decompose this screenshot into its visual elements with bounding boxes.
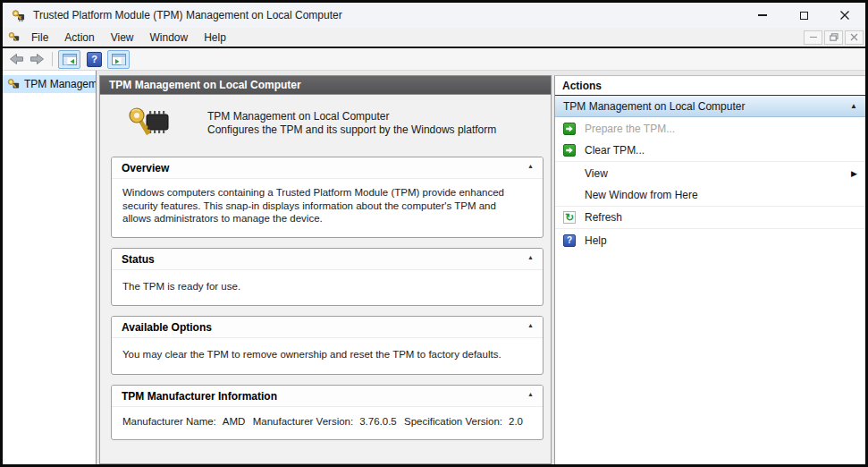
actions-pane-title: Actions <box>555 76 865 96</box>
close-icon <box>839 10 850 21</box>
section-available-options: Available Options ▲ You may clear the TP… <box>111 316 544 375</box>
section-status-title: Status <box>122 253 155 266</box>
manufacturer-name-field: Manufacturer Name:AMD <box>122 416 245 427</box>
section-overview-title: Overview <box>122 162 169 174</box>
menu-bar: File Action View Window Help <box>3 28 865 48</box>
center-pane: TPM Management on Local Computer <box>97 71 554 464</box>
menu-window[interactable]: Window <box>142 30 197 46</box>
manufacturer-version-field: Manufacturer Version:3.76.0.5 <box>253 416 397 427</box>
console-tree-pane: TPM Management on Local Computer <box>3 71 97 464</box>
actions-group-header[interactable]: TPM Management on Local Computer ▲ <box>555 96 865 117</box>
tpm-key-chip-icon <box>127 106 172 140</box>
actions-pane: Actions TPM Management on Local Computer… <box>554 75 865 464</box>
section-manufacturer-info-title: TPM Manufacturer Information <box>122 390 277 403</box>
menu-help[interactable]: Help <box>196 30 234 46</box>
manufacturer-name-value: AMD <box>223 416 246 427</box>
submenu-arrow-icon: ▶ <box>851 169 857 178</box>
green-arrow-icon <box>563 144 576 157</box>
minimize-button[interactable] <box>742 3 783 28</box>
collapse-icon[interactable]: ▲ <box>527 254 534 260</box>
section-status-body: The TPM is ready for use. <box>112 270 543 306</box>
minimize-icon <box>758 14 767 16</box>
show-hide-action-pane-button[interactable] <box>107 50 130 69</box>
mdi-minimize-button[interactable] <box>804 30 822 45</box>
action-pane-icon <box>112 54 126 65</box>
main-area: TPM Management on Local Computer TPM Man… <box>3 71 865 464</box>
manufacturer-fields: Manufacturer Name:AMD Manufacturer Versi… <box>112 407 543 439</box>
section-overview: Overview ▲ Windows computers containing … <box>111 157 544 238</box>
section-available-options-body: You may clear the TPM to remove ownershi… <box>112 338 543 374</box>
mdi-close-icon <box>850 33 858 41</box>
collapse-icon[interactable]: ▲ <box>527 391 534 397</box>
collapse-icon[interactable]: ▲ <box>527 322 534 328</box>
action-label: View <box>585 167 851 180</box>
center-pane-body: TPM Management on Local Computer Configu… <box>99 95 552 464</box>
action-label: Help <box>585 234 857 247</box>
collapse-icon[interactable]: ▲ <box>527 163 534 169</box>
tpm-node-key-icon <box>7 78 20 90</box>
console-key-icon <box>8 31 20 43</box>
mdi-restore-icon <box>830 33 839 41</box>
forward-button[interactable] <box>29 53 45 65</box>
back-button[interactable] <box>9 53 24 65</box>
section-overview-body: Windows computers containing a Trusted P… <box>112 179 543 237</box>
manufacturer-name-label: Manufacturer Name: <box>122 416 216 427</box>
tpm-management-window: Trusted Platform Module (TPM) Management… <box>0 0 868 467</box>
specification-version-field: Specification Version:2.0 <box>404 416 523 427</box>
specification-version-label: Specification Version: <box>404 416 502 427</box>
tpm-key-icon <box>12 9 25 22</box>
menu-file[interactable]: File <box>23 30 56 46</box>
action-item-refresh[interactable]: ↻ Refresh <box>555 207 865 229</box>
section-available-options-title: Available Options <box>122 321 212 334</box>
action-item-help[interactable]: ? Help <box>555 229 865 251</box>
close-button[interactable] <box>824 3 865 28</box>
tree-item-tpm-management[interactable]: TPM Management on Local Computer <box>3 75 96 93</box>
specification-version-value: 2.0 <box>509 416 523 427</box>
maximize-button[interactable] <box>783 3 824 28</box>
center-pane-header: TPM Management on Local Computer <box>99 75 552 95</box>
action-label: Prepare the TPM... <box>585 123 857 135</box>
help-icon: ? <box>563 234 576 247</box>
refresh-icon: ↻ <box>563 211 576 224</box>
manufacturer-version-label: Manufacturer Version: <box>253 416 354 427</box>
toolbar: ? <box>3 48 865 71</box>
maximize-icon <box>800 12 808 20</box>
title-bar: Trusted Platform Module (TPM) Management… <box>3 3 865 28</box>
green-arrow-icon <box>563 123 576 135</box>
section-status-header[interactable]: Status ▲ <box>112 249 543 270</box>
mdi-restore-button[interactable] <box>824 30 843 45</box>
menu-action[interactable]: Action <box>56 30 102 46</box>
section-manufacturer-info: TPM Manufacturer Information ▲ Manufactu… <box>111 385 544 440</box>
help-icon: ? <box>91 54 97 64</box>
mdi-close-button[interactable] <box>845 30 864 45</box>
action-item-clear-tpm[interactable]: Clear TPM... <box>555 140 865 162</box>
action-item-prepare-tpm: Prepare the TPM... <box>555 117 865 140</box>
action-label: Refresh <box>585 211 857 224</box>
action-label: New Window from Here <box>585 189 857 201</box>
section-status: Status ▲ The TPM is ready for use. <box>111 248 544 307</box>
window-title: Trusted Platform Module (TPM) Management… <box>33 9 342 21</box>
section-available-options-header[interactable]: Available Options ▲ <box>112 317 543 338</box>
section-manufacturer-info-header[interactable]: TPM Manufacturer Information ▲ <box>112 386 543 407</box>
tree-item-label: TPM Management on Local Computer <box>24 78 96 90</box>
tpm-banner: TPM Management on Local Computer Configu… <box>100 95 551 149</box>
action-label: Clear TPM... <box>585 144 857 157</box>
toolbar-help-button[interactable]: ? <box>87 52 102 67</box>
show-hide-console-tree-button[interactable] <box>58 50 80 69</box>
actions-group-title: TPM Management on Local Computer <box>563 100 850 113</box>
banner-subtitle: Configures the TPM and its support by th… <box>207 123 496 137</box>
action-item-new-window[interactable]: New Window from Here <box>555 184 865 207</box>
console-tree-icon <box>63 54 77 65</box>
banner-title: TPM Management on Local Computer <box>207 110 496 123</box>
section-boxes: Overview ▲ Windows computers containing … <box>100 149 551 440</box>
mdi-minimize-icon <box>810 37 817 38</box>
collapse-icon: ▲ <box>850 102 857 110</box>
manufacturer-version-value: 3.76.0.5 <box>359 416 397 427</box>
center-pane-title: TPM Management on Local Computer <box>109 79 301 91</box>
action-item-view[interactable]: View ▶ <box>555 162 865 184</box>
menu-view[interactable]: View <box>103 30 142 46</box>
section-overview-header[interactable]: Overview ▲ <box>112 157 543 179</box>
toolbar-separator <box>52 52 53 66</box>
